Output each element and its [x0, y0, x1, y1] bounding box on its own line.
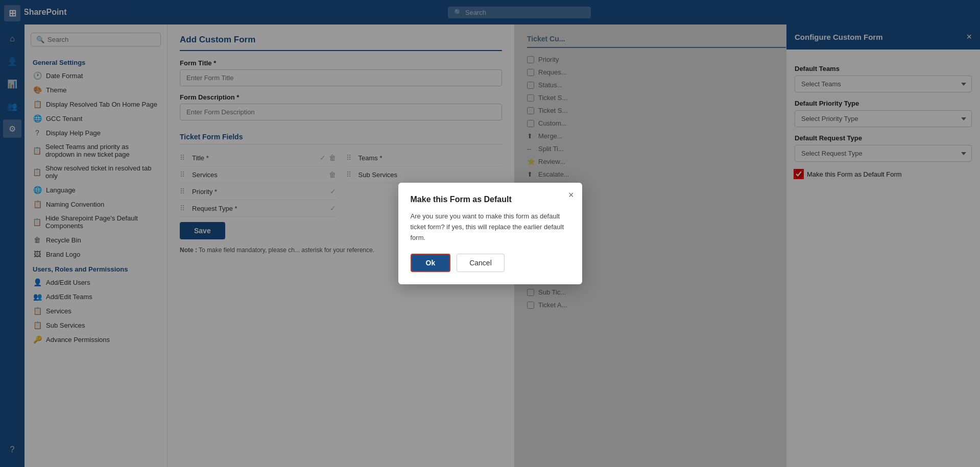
dialog-title: Make this Form as Default	[411, 195, 570, 204]
dialog-close-button[interactable]: ×	[568, 190, 574, 201]
dialog-overlay: Make this Form as Default × Are you sure…	[0, 0, 980, 467]
dialog-ok-button[interactable]: Ok	[411, 254, 451, 272]
dialog-actions: Ok Cancel	[411, 254, 570, 272]
dialog-box: Make this Form as Default × Are you sure…	[398, 183, 582, 284]
dialog-cancel-button[interactable]: Cancel	[457, 254, 505, 272]
dialog-body: Are you sure you want to make this form …	[411, 211, 570, 243]
